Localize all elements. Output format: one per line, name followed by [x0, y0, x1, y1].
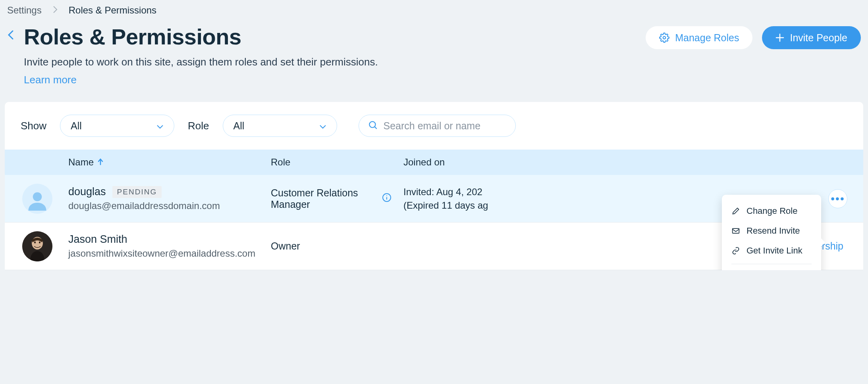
page-header: Roles & Permissions Invite people to wor…	[0, 24, 868, 102]
role-filter-select[interactable]: All	[223, 115, 337, 137]
column-name[interactable]: Name	[68, 157, 271, 168]
search-input[interactable]	[384, 120, 507, 132]
roles-panel: Show All Role All Name	[5, 102, 863, 270]
user-role: Owner	[271, 240, 300, 252]
gear-icon	[659, 33, 669, 43]
svg-point-3	[33, 192, 42, 201]
link-icon	[731, 247, 740, 255]
show-filter-select[interactable]: All	[60, 115, 174, 137]
menu-resend-invite[interactable]: Resend Invite	[722, 221, 821, 241]
invite-people-label: Invite People	[790, 32, 847, 44]
invite-people-button[interactable]: Invite People	[762, 26, 861, 49]
menu-change-role-label: Change Role	[746, 206, 797, 216]
row-more-button[interactable]: •••	[828, 189, 847, 208]
svg-point-0	[663, 36, 666, 39]
breadcrumb-parent[interactable]: Settings	[7, 5, 42, 16]
svg-point-12	[39, 241, 41, 243]
show-filter-value: All	[71, 120, 82, 132]
avatar	[22, 231, 52, 261]
user-email: douglas@emailaddressdomain.com	[68, 200, 271, 211]
svg-rect-7	[733, 228, 739, 233]
back-button[interactable]	[7, 29, 14, 43]
svg-point-1	[369, 121, 375, 127]
chevron-right-icon	[53, 5, 58, 16]
user-name: douglas	[68, 186, 106, 198]
envelope-icon	[731, 228, 740, 234]
filters-bar: Show All Role All	[5, 102, 863, 150]
learn-more-link[interactable]: Learn more	[24, 74, 378, 86]
table-row: douglas PENDING douglas@emailaddressdoma…	[5, 175, 863, 223]
menu-remove[interactable]: Remove	[722, 267, 821, 271]
column-name-label: Name	[68, 157, 94, 168]
search-field-wrap[interactable]	[359, 115, 516, 137]
svg-point-11	[34, 241, 36, 243]
plus-icon	[775, 33, 784, 42]
show-filter-label: Show	[21, 120, 46, 132]
menu-resend-invite-label: Resend Invite	[746, 226, 800, 236]
pencil-icon	[731, 207, 740, 215]
user-role: Customer Relations Manager	[271, 187, 377, 210]
info-icon[interactable]	[382, 193, 392, 205]
menu-divider	[731, 264, 812, 264]
menu-get-invite-link[interactable]: Get Invite Link	[722, 241, 821, 261]
status-badge: PENDING	[112, 186, 162, 198]
manage-roles-label: Manage Roles	[675, 32, 739, 44]
breadcrumb: Settings Roles & Permissions	[0, 0, 868, 24]
breadcrumb-current: Roles & Permissions	[69, 5, 156, 16]
search-icon	[368, 120, 378, 132]
role-filter-label: Role	[188, 120, 209, 132]
avatar	[22, 184, 52, 214]
table-header: Name Role Joined on	[5, 150, 863, 175]
svg-line-2	[374, 127, 376, 129]
chevron-down-icon	[319, 120, 326, 132]
column-role[interactable]: Role	[271, 157, 403, 168]
page-subtitle: Invite people to work on this site, assi…	[24, 56, 378, 68]
joined-line2: (Expired 11 days ag	[403, 199, 598, 212]
menu-change-role[interactable]: Change Role	[722, 201, 821, 221]
row-context-menu: Change Role Resend Invite Get Invite Lin…	[722, 195, 821, 271]
page-title: Roles & Permissions	[24, 24, 378, 50]
role-filter-value: All	[233, 120, 245, 132]
joined-line1: Invited: Aug 4, 202	[403, 185, 598, 199]
sort-asc-icon	[98, 157, 103, 168]
menu-get-invite-link-label: Get Invite Link	[746, 246, 802, 256]
column-joined[interactable]: Joined on	[403, 157, 598, 168]
svg-point-6	[386, 195, 387, 196]
user-name: Jason Smith	[68, 233, 127, 246]
chevron-down-icon	[156, 120, 164, 132]
user-email: jasonsmithwixsiteowner@emailaddress.com	[68, 248, 271, 259]
manage-roles-button[interactable]: Manage Roles	[646, 26, 752, 49]
